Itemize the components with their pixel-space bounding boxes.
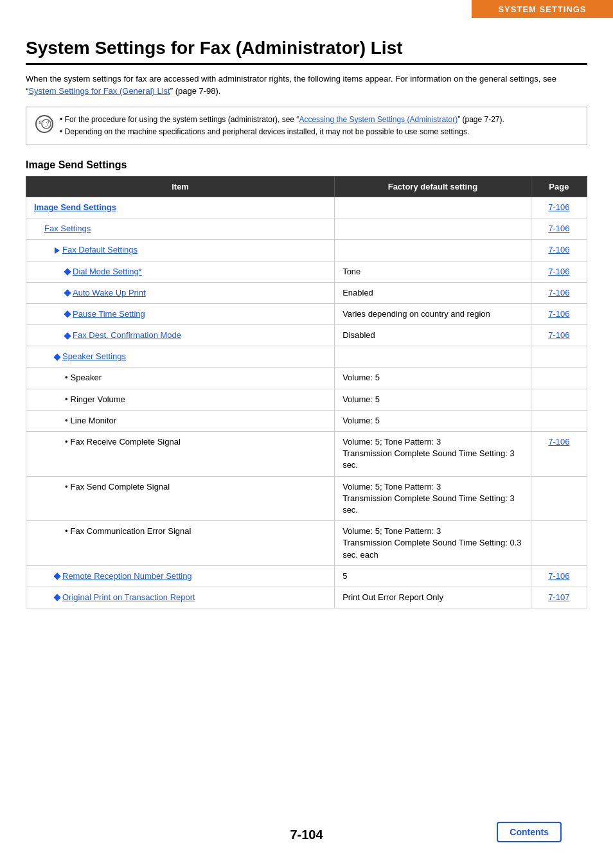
table-row: •Fax Send Complete SignalVolume: 5; Tone… — [26, 476, 587, 521]
bullet-icon: • — [65, 526, 68, 536]
table-row: Fax Dest. Confirmation ModeDisabled7-106 — [26, 325, 587, 346]
table-cell-item: •Line Monitor — [26, 410, 335, 431]
table-cell-item: Speaker Settings — [26, 346, 335, 368]
table-cell-item: •Fax Send Complete Signal — [26, 476, 335, 521]
diamond-icon — [53, 353, 60, 360]
page-number: 7-104 — [290, 828, 323, 842]
table-cell-page[interactable]: 7-106 — [531, 261, 587, 282]
item-link[interactable]: Dial Mode Setting* — [73, 267, 142, 276]
table-cell-factory: Varies depending on country and region — [335, 303, 531, 324]
bullet-icon: • — [65, 416, 68, 425]
table-cell-factory — [335, 240, 531, 261]
table-row: Fax Settings7-106 — [26, 218, 587, 240]
table-row: Speaker Settings — [26, 346, 587, 368]
table-cell-page[interactable]: 7-107 — [531, 587, 587, 608]
page-link[interactable]: 7-106 — [548, 267, 569, 276]
table-cell-page — [531, 389, 587, 410]
table-cell-factory — [335, 197, 531, 218]
table-cell-factory: Volume: 5; Tone Pattern: 3 Transmission … — [335, 432, 531, 477]
item-text: Fax Communication Error Signal — [71, 526, 191, 536]
table-cell-item: •Fax Communication Error Signal — [26, 521, 335, 566]
table-row: •Ringer VolumeVolume: 5 — [26, 389, 587, 410]
table-cell-item: Auto Wake Up Print — [26, 282, 335, 303]
table-cell-page — [531, 368, 587, 389]
item-link[interactable]: Fax Default Settings — [62, 245, 138, 254]
note-box: ᵋ ℐ • For the procedure for using the sy… — [26, 107, 587, 145]
table-row: Pause Time SettingVaries depending on co… — [26, 303, 587, 324]
item-link[interactable]: Auto Wake Up Print — [73, 288, 146, 297]
item-text: Fax Receive Complete Signal — [71, 437, 181, 447]
table-cell-item: •Ringer Volume — [26, 389, 335, 410]
table-cell-item: Fax Dest. Confirmation Mode — [26, 325, 335, 346]
page-link[interactable]: 7-106 — [548, 288, 569, 297]
item-link[interactable]: Fax Dest. Confirmation Mode — [73, 330, 181, 340]
table-cell-factory: Disabled — [335, 325, 531, 346]
bullet-icon: • — [65, 373, 68, 382]
item-link[interactable]: Speaker Settings — [62, 351, 126, 361]
table-cell-page[interactable]: 7-106 — [531, 218, 587, 240]
table-cell-page[interactable]: 7-106 — [531, 282, 587, 303]
header-title: SYSTEM SETTINGS — [498, 4, 586, 14]
table-cell-factory: Volume: 5; Tone Pattern: 3 Transmission … — [335, 521, 531, 566]
table-cell-page[interactable]: 7-106 — [531, 303, 587, 324]
table-cell-page[interactable]: 7-106 — [531, 432, 587, 477]
table-header-row: Item Factory default setting Page — [26, 176, 587, 197]
table-cell-page[interactable]: 7-106 — [531, 240, 587, 261]
table-cell-page[interactable]: 7-106 — [531, 565, 587, 587]
page-link[interactable]: 7-106 — [548, 224, 569, 233]
table-cell-factory: 5 — [335, 565, 531, 587]
diamond-icon — [64, 290, 71, 297]
diamond-icon — [64, 268, 71, 275]
item-link[interactable]: Pause Time Setting — [73, 309, 145, 319]
table-cell-page — [531, 346, 587, 368]
admin-access-link[interactable]: Accessing the System Settings (Administr… — [299, 115, 458, 124]
item-link[interactable]: Original Print on Transaction Report — [62, 592, 195, 602]
table-row: Fax Default Settings7-106 — [26, 240, 587, 261]
page-title: System Settings for Fax (Administrator) … — [26, 37, 587, 65]
page-link[interactable]: 7-106 — [548, 330, 569, 340]
table-cell-factory: Print Out Error Report Only — [335, 587, 531, 608]
page-link[interactable]: 7-107 — [548, 592, 569, 602]
table-cell-page[interactable]: 7-106 — [531, 197, 587, 218]
table-row: Original Print on Transaction ReportPrin… — [26, 587, 587, 608]
item-link[interactable]: Image Send Settings — [34, 202, 116, 212]
table-row: •Fax Communication Error SignalVolume: 5… — [26, 521, 587, 566]
bullet-icon: • — [65, 394, 68, 404]
page-link[interactable]: 7-106 — [548, 571, 569, 581]
table-cell-item: Fax Settings — [26, 218, 335, 240]
table-cell-page — [531, 521, 587, 566]
table-cell-item: •Fax Receive Complete Signal — [26, 432, 335, 477]
diamond-icon — [64, 311, 71, 318]
bullet-icon: • — [65, 482, 68, 492]
table-cell-factory — [335, 218, 531, 240]
table-cell-factory: Volume: 5; Tone Pattern: 3 Transmission … — [335, 476, 531, 521]
table-row: Dial Mode Setting*Tone7-106 — [26, 261, 587, 282]
item-text: Speaker — [71, 373, 102, 382]
table-row: •Line MonitorVolume: 5 — [26, 410, 587, 431]
contents-button[interactable]: Contents — [497, 822, 562, 842]
svg-text:ℐ: ℐ — [45, 120, 49, 128]
page-description: When the system settings for fax are acc… — [26, 73, 587, 98]
page-link[interactable]: 7-106 — [548, 437, 569, 447]
col-header-factory: Factory default setting — [335, 176, 531, 197]
diamond-icon — [64, 332, 71, 339]
diamond-icon — [53, 573, 60, 580]
table-cell-factory: Volume: 5 — [335, 410, 531, 431]
page-link[interactable]: 7-106 — [548, 245, 569, 254]
table-cell-page[interactable]: 7-106 — [531, 325, 587, 346]
general-list-link[interactable]: System Settings for Fax (General) List — [28, 86, 170, 96]
item-link[interactable]: Remote Reception Number Setting — [62, 571, 192, 581]
settings-table: Item Factory default setting Page Image … — [26, 176, 587, 608]
col-header-item: Item — [26, 176, 335, 197]
page-link[interactable]: 7-106 — [548, 309, 569, 319]
item-text: Fax Send Complete Signal — [71, 482, 170, 492]
page-link[interactable]: 7-106 — [548, 202, 569, 212]
col-header-page: Page — [531, 176, 587, 197]
item-text: Line Monitor — [71, 416, 117, 425]
diamond-icon — [53, 594, 60, 601]
table-cell-item: Fax Default Settings — [26, 240, 335, 261]
top-bar: SYSTEM SETTINGS — [0, 0, 613, 18]
table-row: Auto Wake Up PrintEnabled7-106 — [26, 282, 587, 303]
bullet-icon: • — [65, 437, 68, 447]
item-link[interactable]: Fax Settings — [44, 224, 91, 233]
